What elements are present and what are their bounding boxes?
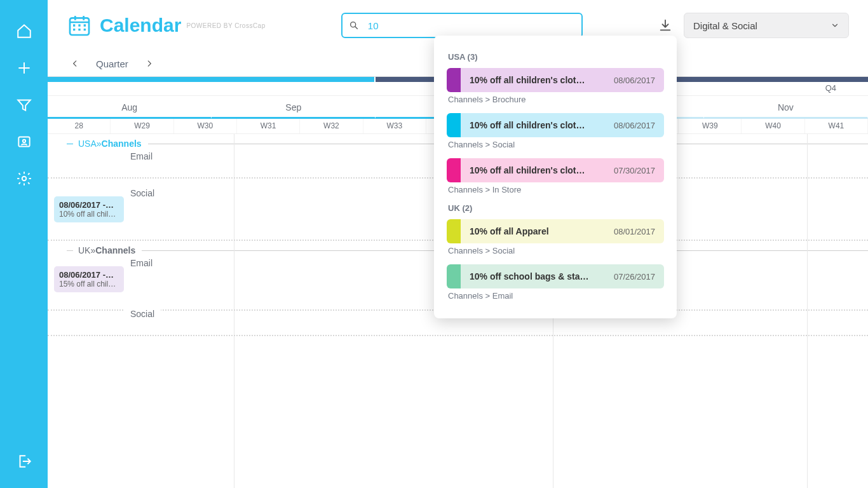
search-result-date: 07/26/2017 (614, 272, 655, 281)
main-area: Calendar POWERED BY CrossCap Digital & S… (48, 0, 868, 488)
search-result-accent (447, 113, 461, 137)
event-date: 08/06/2017 -… (59, 270, 119, 280)
search-result-date: 08/06/2017 (614, 76, 655, 85)
search-result-date: 08/01/2017 (614, 227, 655, 236)
lane-label: Social (124, 188, 161, 198)
quarter-label: Q4 (825, 83, 836, 93)
group-region: UK (78, 245, 90, 255)
week-header: 28 (48, 119, 111, 133)
search-result-date: 08/06/2017 (614, 121, 655, 130)
week-header: W32 (300, 119, 363, 133)
event-title: 10% off all chil… (59, 210, 119, 219)
search-icon (349, 20, 359, 30)
sidebar (0, 0, 48, 488)
range-label: Quarter (96, 58, 128, 69)
group-target: Channels (102, 139, 142, 149)
event-card[interactable]: 08/06/2017 -… 10% off all chil… (54, 196, 124, 222)
event-card[interactable]: 08/06/2017 -… 15% off all chil… (54, 266, 124, 292)
group-target: Channels (95, 245, 135, 255)
group-region: USA (78, 139, 97, 149)
svg-point-1 (22, 140, 25, 142)
week-header: W31 (237, 119, 300, 133)
search-result-path: Channels > Social (448, 246, 664, 255)
search-result-item[interactable]: 10% off all Apparel08/01/2017 (447, 219, 664, 243)
search-result-path: Channels > Brochure (448, 95, 664, 104)
home-icon[interactable] (15, 22, 33, 40)
channel-filter-label: Digital & Social (693, 20, 757, 31)
page-subtitle: POWERED BY CrossCap (186, 22, 265, 29)
week-header: W39 (679, 119, 742, 133)
channel-filter-select[interactable]: Digital & Social (684, 13, 849, 38)
filter-icon[interactable] (15, 96, 33, 114)
event-date: 08/06/2017 -… (59, 200, 119, 210)
search-result-name: 10% off all Apparel (470, 226, 549, 236)
download-button[interactable] (658, 18, 672, 32)
search-result-path: Channels > Email (448, 291, 664, 301)
search-wrapper (341, 13, 583, 38)
search-result-name: 10% off all children's clothing (470, 165, 590, 175)
search-result-accent (447, 68, 461, 92)
search-result-item[interactable]: 10% off all children's clothing08/06/201… (447, 113, 664, 137)
week-header: W40 (742, 119, 804, 133)
event-title: 15% off all chil… (59, 280, 119, 288)
month-header: Sep (212, 96, 376, 119)
page-title: Calendar (100, 15, 181, 36)
search-results-dropdown: USA (3)10% off all children's clothing08… (434, 36, 677, 318)
settings-gear-icon[interactable] (15, 170, 33, 187)
search-result-date: 07/30/2017 (614, 166, 655, 175)
search-result-name: 10% off school bags & statio… (470, 271, 590, 281)
search-input[interactable] (341, 13, 583, 38)
search-result-accent (447, 219, 461, 243)
week-header: W29 (111, 119, 173, 133)
search-result-item[interactable]: 10% off school bags & statio…07/26/2017 (447, 264, 664, 288)
search-group-title: UK (2) (448, 203, 664, 213)
week-header: W41 (805, 119, 868, 133)
search-result-accent (447, 158, 461, 182)
search-result-item[interactable]: 10% off all children's clothing07/30/201… (447, 158, 664, 182)
calendar-logo-icon (67, 13, 92, 38)
lane-label: Social (124, 309, 161, 319)
month-header: Aug (48, 96, 212, 119)
lane-label: Email (124, 151, 159, 161)
lane-label: Email (124, 258, 159, 268)
month-header: Nov (704, 96, 868, 119)
svg-point-2 (22, 177, 26, 181)
contacts-icon[interactable] (15, 133, 33, 151)
svg-rect-0 (18, 137, 29, 146)
chevron-down-icon (831, 21, 839, 30)
logout-icon[interactable] (15, 452, 33, 470)
prev-range-button[interactable] (67, 55, 83, 72)
svg-point-4 (351, 22, 356, 27)
search-result-path: Channels > Social (448, 140, 664, 149)
next-range-button[interactable] (141, 55, 158, 72)
search-group-title: USA (3) (448, 52, 664, 62)
week-header: W33 (363, 119, 426, 133)
add-icon[interactable] (15, 59, 33, 77)
search-result-name: 10% off all children's clothing (470, 75, 590, 85)
search-result-item[interactable]: 10% off all children's clothing08/06/201… (447, 68, 664, 92)
search-result-path: Channels > In Store (448, 185, 664, 194)
search-result-accent (447, 264, 461, 288)
search-result-name: 10% off all children's clothing (470, 120, 590, 130)
week-header: W30 (174, 119, 237, 133)
